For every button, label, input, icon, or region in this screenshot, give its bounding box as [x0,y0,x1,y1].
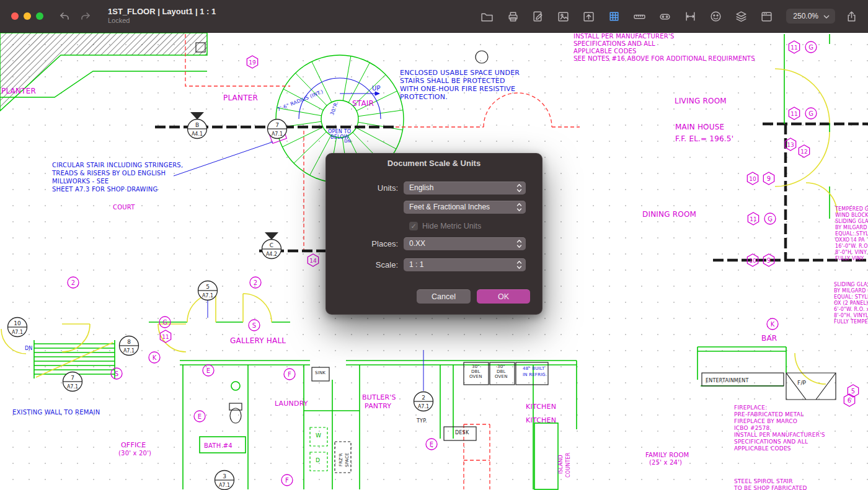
svg-text:9: 9 [767,257,771,264]
chevron-updown-icon [516,260,522,269]
svg-text:14: 14 [309,258,317,264]
svg-text:10: 10 [14,320,21,326]
svg-text:A7.1: A7.1 [202,293,213,299]
svg-text:G: G [162,319,167,326]
svg-text:F: F [288,371,291,378]
svg-text:A7.1: A7.1 [272,131,283,137]
svg-text:10: 10 [749,258,756,264]
svg-text:A7.1: A7.1 [123,348,135,354]
hatched-wall [0,33,207,111]
svg-text:5: 5 [851,388,855,395]
units-label: Units: [326,183,404,193]
toolbar [479,9,774,24]
reference-icon[interactable] [581,9,596,24]
svg-text:12: 12 [800,149,807,155]
svg-text:E: E [430,441,433,448]
places-value: 0.XX [409,239,425,248]
share-icon [845,10,858,23]
svg-text:F: F [285,477,289,484]
scale-label: Scale: [326,260,404,269]
svg-text:G: G [808,110,813,117]
titlebar: 1ST_FLOOR | Layout1 | 1 : 1 Locked 250.0… [0,0,868,33]
traffic-lights [0,12,43,20]
scale-value: 1 : 1 [409,260,423,269]
grid-icon[interactable] [606,9,621,24]
svg-text:S: S [115,370,118,377]
svg-text:11: 11 [750,216,756,222]
minimize-window-button[interactable] [24,12,31,20]
open-folder-icon[interactable] [479,9,494,24]
svg-text:C: C [270,242,273,248]
svg-text:6: 6 [848,397,851,404]
svg-text:7: 7 [71,375,74,381]
svg-text:A7.1: A7.1 [67,384,78,390]
svg-text:2: 2 [71,279,75,286]
scale-select[interactable]: 1 : 1 [404,258,526,271]
svg-text:8: 8 [127,339,131,345]
forward-icon[interactable] [79,10,92,22]
unit-format-select[interactable]: Feet & Fractional Inches [404,201,526,214]
hide-metric-units-label: Hide Metric Units [422,222,481,230]
appearance-icon[interactable] [708,9,723,24]
window-title: 1ST_FLOOR | Layout1 | 1 : 1 [108,7,216,17]
places-select[interactable]: 0.XX [404,237,526,250]
svg-text:G: G [768,216,773,222]
svg-text:10: 10 [749,176,756,182]
svg-text:11: 11 [790,111,797,117]
dimension-icon[interactable] [683,9,698,24]
svg-text:A7.1: A7.1 [219,483,230,488]
svg-text:11: 11 [162,334,169,340]
svg-text:A4.2: A4.2 [266,252,277,257]
hide-metric-units-checkbox[interactable]: ✓ [409,222,418,230]
tape-icon[interactable] [657,9,672,24]
document-scale-units-dialog: Document Scale & Units Units: English Fe… [326,153,542,315]
sheets-icon[interactable] [759,9,774,24]
svg-text:K: K [771,321,775,328]
svg-text:B: B [195,122,199,128]
svg-text:9: 9 [767,175,771,182]
svg-text:2: 2 [254,279,257,286]
svg-text:E: E [206,367,210,374]
dialog-title: Document Scale & Units [326,159,542,168]
chevron-updown-icon [516,183,522,193]
svg-text:S: S [252,322,256,329]
print-icon[interactable] [505,9,520,24]
chevron-updown-icon [516,239,522,248]
measure-icon[interactable] [632,9,647,24]
svg-text:5: 5 [206,284,210,290]
markup-icon[interactable] [530,9,545,24]
back-icon[interactable] [58,10,71,22]
svg-text:7: 7 [275,122,279,128]
svg-text:A4.1: A4.1 [192,131,203,137]
svg-text:3: 3 [223,473,226,479]
svg-text:G: G [808,44,813,51]
units-value: English [409,183,433,192]
layers-icon[interactable] [733,9,748,24]
svg-text:A7.1: A7.1 [418,404,429,409]
svg-text:13: 13 [787,142,794,148]
zoom-window-button[interactable] [36,12,43,20]
window-subtitle-locked: Locked [108,17,216,25]
svg-text:A7.1: A7.1 [12,330,23,335]
stamp-icon[interactable] [556,9,570,24]
svg-text:2: 2 [422,395,425,401]
zoom-level: 250.0% [793,12,818,20]
unit-format-value: Feet & Fractional Inches [409,203,490,211]
share-button[interactable] [845,10,858,23]
close-window-button[interactable] [11,12,19,20]
svg-text:19: 19 [249,59,256,66]
zoom-control[interactable]: 250.0% [786,9,835,24]
places-label: Places: [326,239,404,248]
chevron-down-icon [823,12,830,20]
chevron-updown-icon [516,203,522,212]
ok-button[interactable]: OK [477,289,530,304]
cancel-button[interactable]: Cancel [417,289,471,304]
svg-text:11: 11 [790,45,797,51]
svg-text:E: E [198,413,202,420]
units-select[interactable]: English [404,182,526,195]
svg-text:K: K [153,354,157,361]
